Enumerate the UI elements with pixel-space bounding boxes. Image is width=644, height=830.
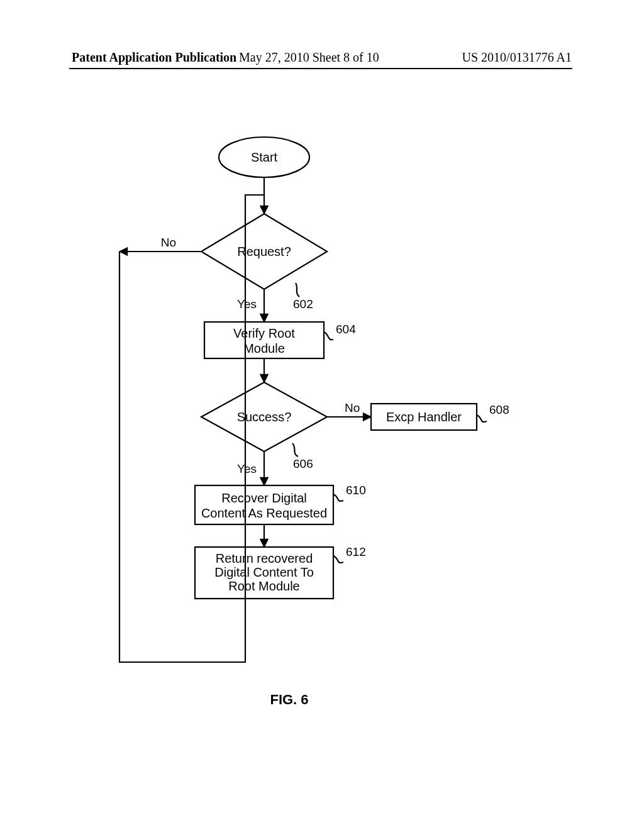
request-no-label: No [161,236,176,249]
success-text: Success? [237,410,292,424]
header-rule [69,68,572,69]
excp-text: Excp Handler [386,410,462,424]
recover-line2: Content As Requested [201,506,327,520]
ref-608: 608 [489,403,509,416]
request-yes-label: Yes [237,297,257,311]
header-mid: May 27, 2010 Sheet 8 of 10 [239,50,379,65]
return-line2: Digital Content To [214,565,314,579]
header-right: US 2010/0131776 A1 [462,50,572,65]
ref-610-leader [333,494,343,501]
flowchart: Start Request? No 602 Yes Verify Root Mo… [94,132,572,761]
ref-612-leader [333,556,343,563]
header-left: Patent Application Publication [72,50,236,65]
ref-610: 610 [346,484,366,497]
edge-start-request [258,195,264,214]
ref-604-leader [324,332,333,340]
verify-line1: Verify Root [233,326,295,340]
success-yes-label: Yes [237,462,257,475]
ref-604: 604 [336,323,356,336]
ref-602-leader [296,283,299,297]
success-no-label: No [345,401,360,414]
ref-606: 606 [293,457,313,470]
recover-line1: Recover Digital [221,491,307,505]
verify-line2: Module [243,341,285,355]
figure-caption: FIG. 6 [270,692,308,707]
ref-602: 602 [293,297,313,311]
return-line1: Return recovered [216,551,313,565]
return-line3: Root Module [228,579,299,593]
ref-612: 612 [346,545,366,558]
ref-608-leader [477,415,487,422]
ref-606-leader [292,443,298,456]
start-text: Start [251,150,278,164]
